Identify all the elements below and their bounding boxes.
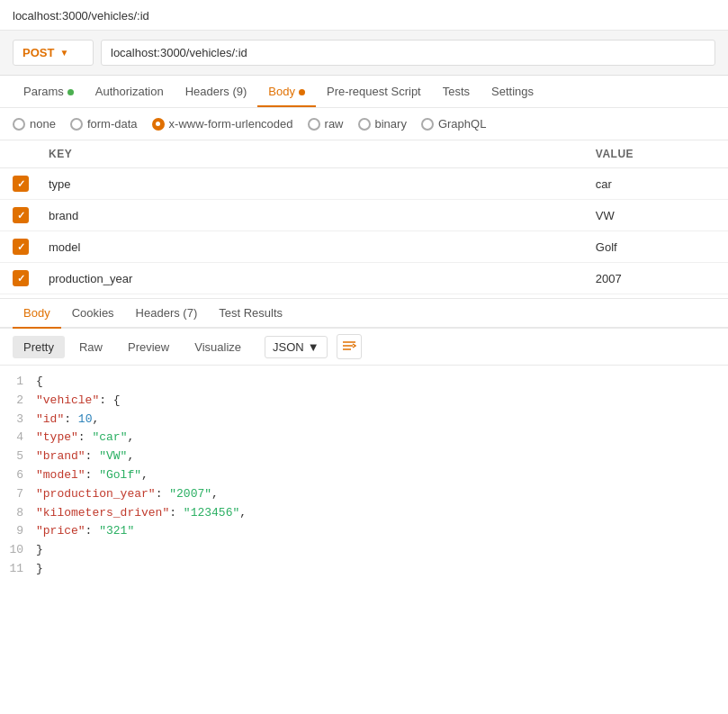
table-row: production_year 2007 — [0, 263, 728, 294]
tab-headers[interactable]: Headers (9) — [175, 76, 258, 107]
line-number: 10 — [0, 541, 36, 560]
line-number: 2 — [0, 392, 36, 411]
method-label: POST — [22, 46, 54, 59]
table-row: type car — [0, 168, 728, 200]
line-content: "brand": "VW", — [36, 447, 728, 466]
line-content: "model": "Golf", — [36, 466, 728, 485]
code-line: 1{ — [0, 373, 728, 392]
code-line: 11} — [0, 560, 728, 579]
line-content: "kilometers_driven": "123456", — [36, 504, 728, 523]
value-cell-0[interactable]: car — [587, 168, 728, 200]
url-top-text: localhost:3000/vehicles/:id — [13, 9, 149, 23]
tab-tests[interactable]: Tests — [432, 76, 481, 107]
view-pretty-button[interactable]: Pretty — [13, 336, 65, 358]
body-type-row: none form-data x-www-form-urlencoded raw… — [0, 108, 728, 140]
radio-circle-form-data — [70, 118, 83, 131]
view-raw-button[interactable]: Raw — [68, 336, 113, 358]
url-bar-top: localhost:3000/vehicles/:id — [0, 0, 728, 31]
radio-circle-raw — [308, 118, 320, 131]
col-value: VALUE — [587, 140, 728, 168]
value-cell-3[interactable]: 2007 — [587, 263, 728, 294]
key-cell-0[interactable]: type — [40, 168, 587, 200]
tab-params[interactable]: Params — [13, 76, 85, 107]
line-content: "vehicle": { — [36, 392, 728, 411]
checkbox-cell-0[interactable] — [0, 168, 40, 200]
resp-tab-test-results[interactable]: Test Results — [208, 299, 293, 327]
key-cell-2[interactable]: model — [40, 231, 587, 263]
view-preview-button[interactable]: Preview — [117, 336, 180, 358]
json-format-label: JSON — [273, 340, 304, 354]
radio-x-www-form-urlencoded[interactable]: x-www-form-urlencoded — [152, 117, 293, 131]
value-cell-1[interactable]: VW — [587, 200, 728, 231]
tab-settings[interactable]: Settings — [481, 76, 544, 107]
col-check — [0, 140, 40, 168]
line-number: 6 — [0, 466, 36, 485]
json-format-select[interactable]: JSON ▼ — [265, 336, 328, 358]
url-input[interactable] — [101, 40, 715, 66]
tab-body[interactable]: Body — [257, 76, 316, 107]
radio-circle-graphql — [421, 118, 434, 131]
line-number: 5 — [0, 447, 36, 466]
col-key: KEY — [40, 140, 587, 168]
resp-tab-headers[interactable]: Headers (7) — [125, 299, 209, 327]
key-cell-1[interactable]: brand — [40, 200, 587, 231]
radio-form-data[interactable]: form-data — [70, 117, 138, 131]
line-number: 7 — [0, 485, 36, 504]
code-line: 10 } — [0, 541, 728, 560]
radio-circle-x-www — [152, 118, 165, 131]
tab-pre-request-script[interactable]: Pre-request Script — [316, 76, 432, 107]
radio-raw[interactable]: raw — [308, 117, 344, 131]
request-row: POST ▼ — [0, 31, 728, 76]
line-content: "id": 10, — [36, 411, 728, 429]
view-row: Pretty Raw Preview Visualize JSON ▼ — [0, 329, 728, 366]
tabs-row: Params Authorization Headers (9) Body Pr… — [0, 76, 728, 108]
line-content: } — [36, 560, 728, 579]
code-line: 5 "brand": "VW", — [0, 447, 728, 466]
table-row: model Golf — [0, 231, 728, 263]
code-line: 3 "id": 10, — [0, 411, 728, 429]
line-content: "type": "car", — [36, 429, 728, 447]
radio-graphql[interactable]: GraphQL — [421, 117, 486, 131]
code-line: 8 "kilometers_driven": "123456", — [0, 504, 728, 523]
method-select[interactable]: POST ▼ — [13, 40, 94, 66]
line-number: 4 — [0, 429, 36, 447]
radio-circle-none — [13, 118, 25, 131]
response-tabs-row: Body Cookies Headers (7) Test Results — [0, 298, 728, 329]
line-number: 3 — [0, 411, 36, 429]
value-cell-2[interactable]: Golf — [587, 231, 728, 263]
code-line: 9 "price": "321" — [0, 522, 728, 541]
radio-none[interactable]: none — [13, 117, 56, 131]
line-number: 9 — [0, 522, 36, 541]
params-dot — [67, 89, 74, 95]
radio-binary[interactable]: binary — [358, 117, 407, 131]
code-line: 6 "model": "Golf", — [0, 466, 728, 485]
line-content: "price": "321" — [36, 522, 728, 541]
resp-tab-body[interactable]: Body — [13, 299, 61, 327]
code-line: 7 "production_year": "2007", — [0, 485, 728, 504]
kv-table: KEY VALUE type car brand VW model Golf — [0, 140, 728, 294]
chevron-down-icon: ▼ — [59, 48, 68, 58]
wrap-icon[interactable] — [337, 334, 362, 359]
code-line: 4 "type": "car", — [0, 429, 728, 447]
body-dot — [299, 89, 305, 95]
radio-circle-binary — [358, 118, 371, 131]
tab-authorization[interactable]: Authorization — [85, 76, 175, 107]
key-cell-3[interactable]: production_year — [40, 263, 587, 294]
checkbox-cell-3[interactable] — [0, 263, 40, 294]
table-row: brand VW — [0, 200, 728, 231]
line-content: "production_year": "2007", — [36, 485, 728, 504]
chevron-down-icon: ▼ — [308, 340, 319, 354]
checkbox-cell-2[interactable] — [0, 231, 40, 263]
line-number: 8 — [0, 504, 36, 523]
line-content: { — [36, 373, 728, 392]
checkbox-cell-1[interactable] — [0, 200, 40, 231]
resp-tab-cookies[interactable]: Cookies — [61, 299, 125, 327]
view-visualize-button[interactable]: Visualize — [184, 336, 252, 358]
line-content: } — [36, 541, 728, 560]
code-line: 2 "vehicle": { — [0, 392, 728, 411]
line-number: 11 — [0, 560, 36, 579]
line-number: 1 — [0, 373, 36, 392]
code-area: 1{2 "vehicle": {3 "id": 10,4 "type": "ca… — [0, 366, 728, 586]
